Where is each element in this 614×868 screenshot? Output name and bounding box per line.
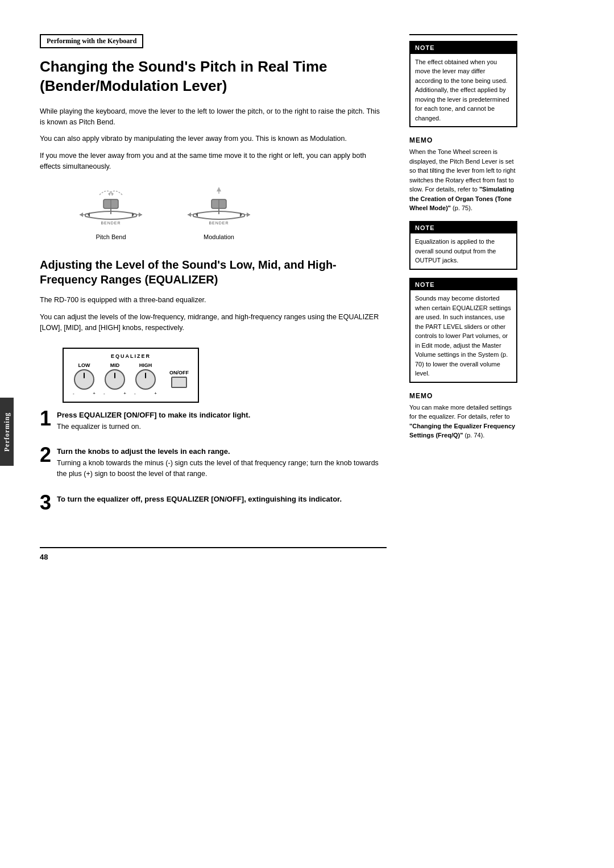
eq-knob-high-group: HIGH -+ — [134, 362, 157, 396]
eq-onoff-button[interactable] — [171, 377, 187, 388]
side-tab-label: Performing — [3, 412, 11, 451]
memo-1-header: MEMO — [409, 135, 517, 145]
step-2-title: Turn the knobs to adjust the levels in e… — [57, 447, 387, 456]
note-3-content: Sounds may become distorted when certain… — [410, 290, 516, 382]
note-box-3: NOTE Sounds may become distorted when ce… — [409, 278, 517, 383]
step-1-block: 1 Press EQUALIZER [ON/OFF] to make its i… — [40, 411, 387, 438]
eq-intro-1: The RD-700 is equipped with a three-band… — [40, 295, 387, 306]
svg-marker-17 — [247, 212, 250, 217]
body-para-1: While playing the keyboard, move the lev… — [40, 106, 387, 128]
step-2-detail: Turning a knob towards the minus (-) sig… — [57, 458, 387, 480]
modulation-label: Modulation — [204, 233, 234, 240]
memo-1-content: When the Tone Wheel screen is displayed,… — [409, 147, 517, 213]
memo-2-header: MEMO — [409, 391, 517, 401]
svg-marker-3 — [139, 212, 142, 217]
body-para-3: If you move the lever away from you and … — [40, 151, 387, 173]
pitch-bend-lever: BENDER — [74, 183, 148, 229]
note-box-1: NOTE The effect obtained when you move t… — [409, 41, 517, 127]
section-side-tab: Performing — [0, 398, 14, 466]
eq-low-label: LOW — [78, 362, 90, 368]
eq-high-marks: -+ — [134, 391, 157, 396]
modulation-lever: BENDER — [182, 183, 256, 229]
eq-low-marks: -+ — [73, 391, 96, 396]
eq-intro-2: You can adjust the levels of the low-fre… — [40, 312, 387, 334]
svg-text:BENDER: BENDER — [101, 221, 121, 225]
step-3-content: To turn the equalizer off, press EQUALIZ… — [57, 495, 387, 506]
eq-onoff-group: ON/OFF — [169, 370, 189, 388]
note-1-content: The effect obtained when you move the le… — [410, 54, 516, 127]
step-2-content: Turn the knobs to adjust the levels in e… — [57, 447, 387, 486]
eq-top-label: EQUALIZER — [73, 353, 189, 359]
eq-knob-low-group: LOW -+ — [73, 362, 96, 396]
body-para-2: You can also apply vibrato by manipulati… — [40, 133, 387, 144]
lever-diagrams: BENDER Pitch Bend — [74, 183, 387, 240]
step-3-title: To turn the equalizer off, press EQUALIZ… — [57, 495, 387, 503]
modulation-diagram: BENDER Modulation — [182, 183, 256, 240]
sidebar: NOTE The effect obtained when you move t… — [404, 0, 529, 868]
svg-marker-13 — [217, 187, 221, 191]
step-3-number: 3 — [40, 495, 51, 513]
eq-knob-high[interactable] — [135, 369, 156, 390]
sub-heading: Adjusting the Level of the Sound's Low, … — [40, 257, 387, 287]
sidebar-top-line — [409, 34, 517, 35]
eq-knob-low[interactable] — [74, 369, 94, 390]
step-1-content: Press EQUALIZER [ON/OFF] to make its ind… — [57, 411, 387, 438]
equalizer-diagram: EQUALIZER LOW -+ MID -+ — [63, 348, 199, 403]
memo-2-content: You can make more detailed settings for … — [409, 403, 517, 440]
note-2-content: Equalization is applied to the overall s… — [410, 233, 516, 269]
note-3-header: NOTE — [410, 279, 516, 291]
memo-2-bold: "Changing the Equalizer Frequency Settin… — [409, 423, 515, 439]
svg-marker-1 — [80, 212, 83, 217]
step-2-block: 2 Turn the knobs to adjust the levels in… — [40, 447, 387, 486]
eq-knob-mid[interactable] — [105, 369, 125, 390]
main-heading: Changing the Sound's Pitch in Real Time … — [40, 57, 387, 96]
step-1-title: Press EQUALIZER [ON/OFF] to make its ind… — [57, 411, 387, 419]
eq-mid-label: MID — [110, 362, 120, 368]
eq-knobs-row: LOW -+ MID -+ HIGH — [73, 362, 189, 396]
page-number: 48 — [40, 553, 387, 561]
svg-marker-7 — [108, 192, 111, 196]
step-1-detail: The equalizer is turned on. — [57, 422, 387, 432]
bottom-rule — [40, 547, 387, 548]
note-1-header: NOTE — [410, 42, 516, 54]
main-content: Performing with the Keyboard Changing th… — [17, 0, 404, 868]
svg-marker-15 — [188, 212, 191, 217]
svg-marker-8 — [111, 192, 114, 196]
svg-text:BENDER: BENDER — [209, 221, 229, 225]
eq-onoff-label: ON/OFF — [169, 370, 189, 375]
step-2-number: 2 — [40, 447, 51, 465]
eq-knob-mid-group: MID -+ — [103, 362, 126, 396]
section-label: Performing with the Keyboard — [40, 34, 143, 48]
eq-high-label: HIGH — [139, 362, 152, 368]
memo-box-1: MEMO When the Tone Wheel screen is displ… — [409, 135, 517, 213]
pitch-bend-diagram: BENDER Pitch Bend — [74, 183, 148, 240]
eq-mid-marks: -+ — [103, 391, 126, 396]
step-3-block: 3 To turn the equalizer off, press EQUAL… — [40, 495, 387, 513]
memo-box-2: MEMO You can make more detailed settings… — [409, 391, 517, 440]
pitch-bend-label: Pitch Bend — [96, 233, 126, 240]
note-box-2: NOTE Equalization is applied to the over… — [409, 221, 517, 270]
step-1-number: 1 — [40, 411, 51, 429]
memo-1-bold: "Simulating the Creation of Organ Tones … — [409, 186, 514, 211]
note-2-header: NOTE — [410, 222, 516, 234]
